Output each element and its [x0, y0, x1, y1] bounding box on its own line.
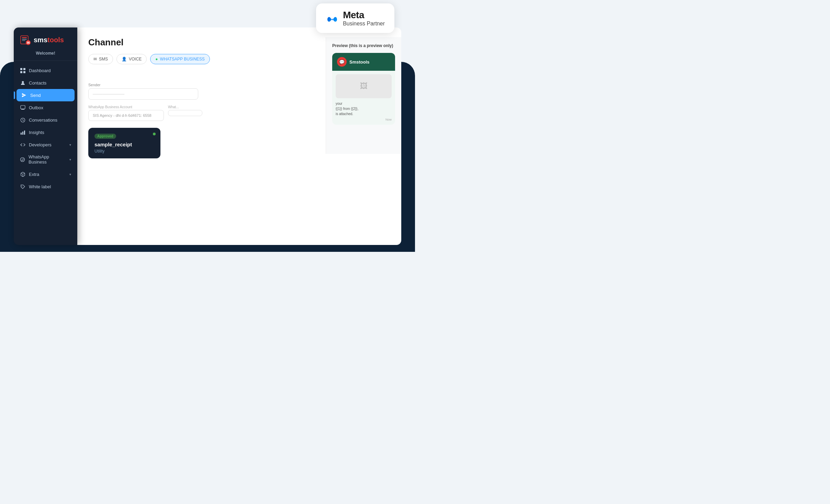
insights-label: Insights: [29, 130, 44, 135]
template-name: sample_receipt: [94, 142, 154, 147]
conversations-label: Conversations: [29, 117, 57, 123]
whatsapp-arrow: ▾: [69, 158, 71, 161]
svg-point-10: [22, 81, 24, 83]
whatsapp-icon: [20, 157, 25, 162]
send-icon: [21, 92, 27, 98]
logo-tools: tools: [47, 36, 64, 44]
svg-rect-8: [20, 71, 22, 73]
sidebar-item-insights[interactable]: Insights: [14, 126, 77, 138]
sidebar-item-extra[interactable]: Extra ▾: [14, 168, 77, 180]
outbox-label: Outbox: [29, 105, 43, 110]
sidebar-item-whatsapp[interactable]: WhatsApp Business ▾: [14, 151, 77, 168]
svg-rect-15: [24, 131, 25, 135]
svg-rect-9: [23, 71, 25, 73]
sidebar-item-contacts[interactable]: Contacts: [14, 77, 77, 89]
svg-rect-2: [22, 39, 27, 40]
svg-rect-13: [21, 133, 22, 135]
meta-logo-icon: [326, 12, 339, 25]
preview-text-line3: is attached.: [336, 112, 353, 116]
wa-account-text: SIS Agency - dhi d-h 6d4671: 6558: [93, 113, 152, 117]
preview-body: 🖼 your {{1}} from {{2}}, is attached. No…: [332, 71, 395, 125]
sidebar-item-send[interactable]: Send: [16, 89, 75, 101]
outbox-icon: [20, 105, 25, 110]
svg-rect-14: [22, 132, 23, 135]
tab-voice[interactable]: 👤 VOICE: [116, 54, 147, 64]
preview-title: Preview (this is a preview only): [332, 43, 395, 48]
extra-label: Extra: [29, 172, 39, 177]
insights-icon: [20, 130, 25, 135]
preview-text-line1: your: [336, 102, 342, 105]
wa-template-input[interactable]: [168, 110, 202, 116]
developers-label: Developers: [29, 142, 52, 147]
logo-sms: sms: [34, 36, 47, 44]
wa-template-label: What...: [168, 105, 202, 109]
svg-rect-1: [22, 37, 27, 38]
sidebar-item-conversations[interactable]: Conversations: [14, 114, 77, 126]
preview-message-text: your {{1}} from {{2}}, is attached.: [336, 101, 392, 116]
dashboard-label: Dashboard: [29, 68, 51, 73]
meta-partner-card: Meta Business Partner: [316, 3, 394, 33]
logo-text: smstools: [34, 36, 64, 44]
sidebar-logo: ✉ smstools: [14, 34, 77, 51]
smstools-logo-icon: ✉: [20, 34, 31, 45]
sender-input[interactable]: [88, 88, 198, 100]
box-icon: [20, 171, 25, 177]
meta-title: Meta: [343, 10, 385, 21]
wa-template-field-group: What...: [168, 105, 202, 121]
wa-account-value[interactable]: SIS Agency - dhi d-h 6d4671: 6558: [88, 110, 164, 121]
preview-time: Now: [336, 118, 392, 121]
svg-rect-7: [23, 68, 25, 70]
preview-image-placeholder: 🖼: [336, 74, 392, 98]
preview-brand: Smstools: [349, 59, 370, 65]
whatsapp-tab-label: WHATSAPP BUSINESS: [160, 57, 205, 61]
whitelabel-label: White label: [29, 184, 51, 189]
wa-account-field-group: WhatsApp Business Account SIS Agency - d…: [88, 105, 164, 121]
tab-sms[interactable]: ✉ SMS: [88, 54, 113, 64]
template-badge: Approved: [94, 134, 116, 139]
sidebar: ✉ smstools Welcome! Dashboard: [14, 27, 77, 245]
contacts-label: Contacts: [29, 80, 46, 86]
voice-tab-icon: 👤: [122, 57, 127, 61]
wa-account-label: WhatsApp Business Account: [88, 105, 164, 109]
sms-tab-label: SMS: [99, 57, 108, 61]
tab-whatsapp[interactable]: ● WHATSAPP BUSINESS: [150, 54, 210, 64]
svg-point-17: [22, 186, 22, 186]
template-card[interactable]: Approved sample_receipt Utility: [88, 128, 160, 158]
meta-text-block: Meta Business Partner: [343, 10, 385, 27]
send-label: Send: [30, 93, 41, 98]
svg-text:✉: ✉: [27, 41, 30, 45]
whatsapp-label: WhatsApp Business: [29, 154, 66, 165]
preview-header: 💬 Smstools: [332, 53, 395, 71]
template-status-dot: [153, 133, 156, 135]
main-panel: Channel ✉ SMS 👤 VOICE ● WHATSAPP BUSINES…: [77, 27, 401, 245]
preview-avatar: 💬: [337, 57, 347, 67]
developers-arrow: ▾: [69, 143, 71, 147]
voice-tab-label: VOICE: [129, 57, 142, 61]
person-icon: [20, 80, 25, 86]
sidebar-item-whitelabel[interactable]: White label: [14, 180, 77, 193]
grid-icon: [20, 68, 25, 73]
conversations-icon: [20, 117, 25, 123]
tag-icon: [20, 184, 25, 189]
image-icon: 🖼: [360, 82, 368, 91]
sidebar-nav: Dashboard Contacts Se: [14, 61, 77, 238]
sidebar-item-developers[interactable]: Developers ▾: [14, 138, 77, 151]
sms-tab-icon: ✉: [93, 57, 97, 61]
preview-text-line2: {{1}} from {{2}},: [336, 107, 358, 111]
template-type: Utility: [94, 149, 154, 154]
svg-rect-6: [20, 68, 22, 70]
sidebar-item-dashboard[interactable]: Dashboard: [14, 64, 77, 77]
sidebar-item-outbox[interactable]: Outbox: [14, 101, 77, 114]
chat-icon: 💬: [339, 59, 345, 65]
svg-rect-11: [21, 105, 25, 109]
app-container: ✉ smstools Welcome! Dashboard: [14, 27, 401, 245]
meta-subtitle: Business Partner: [343, 21, 385, 27]
whatsapp-tab-icon: ●: [155, 57, 158, 61]
svg-rect-3: [22, 40, 25, 41]
preview-panel: Preview (this is a preview only) 💬 Smsto…: [326, 37, 401, 154]
extra-arrow: ▾: [69, 172, 71, 176]
code-icon: [20, 142, 25, 147]
welcome-text: Welcome!: [14, 51, 77, 61]
